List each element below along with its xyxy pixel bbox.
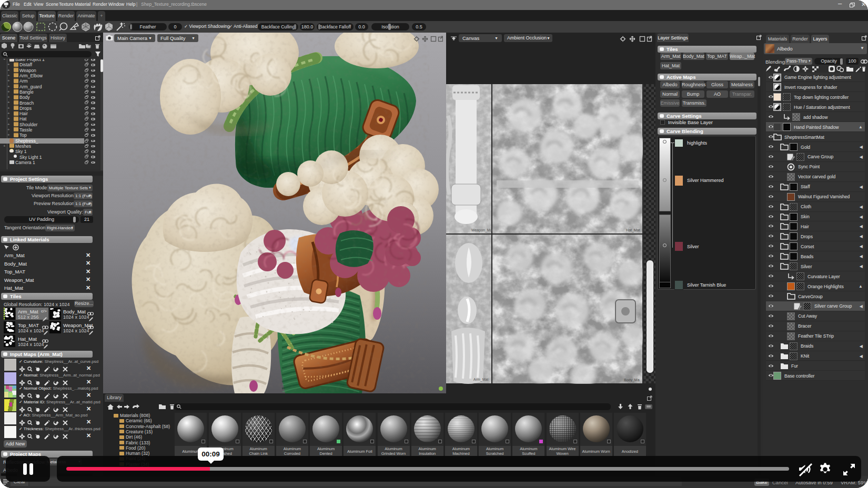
svg-text:Weapon_Mat: Weapon_Mat (471, 228, 493, 232)
svg-text:Body_Ma: Body_Ma (624, 378, 640, 382)
svg-text:Hat_Mat: Hat_Mat (626, 228, 640, 232)
svg-text:Arm_Mat: Arm_Mat (473, 378, 488, 382)
svg-text:To..T: To..T (644, 378, 652, 382)
